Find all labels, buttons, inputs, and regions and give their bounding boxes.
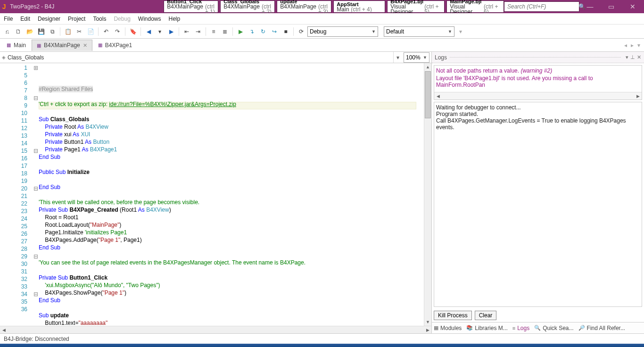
title-tab[interactable]: Class_GlobalsB4XMainPage(ctrl + 2)	[220, 0, 275, 13]
warning-item[interactable]: Layout file 'B4XPage1.bjl' is not used. …	[436, 75, 640, 88]
code-area[interactable]: #Region Shared Files 'Ctrl + click to ex…	[39, 63, 424, 326]
redo-icon[interactable]: ↷	[112, 26, 123, 37]
step-over-icon[interactable]: ↻	[258, 26, 268, 37]
mode-value: Default	[386, 28, 404, 35]
right-tab[interactable]: 🔎Find All Refer...	[578, 325, 625, 331]
panel-close-icon[interactable]: ✕	[637, 54, 641, 60]
warning-item[interactable]: Not all code paths return a value. (warn…	[436, 67, 640, 74]
menu-tools[interactable]: Tools	[93, 16, 106, 22]
editor-tabs: ▦Main▦B4XMainPage✕▦B4XPage1◂▸▾	[0, 39, 644, 52]
title-tab[interactable]: Button1_ClickB4XMainPage(ctrl + 1)	[164, 0, 218, 13]
right-tab[interactable]: 📚Libraries M...	[466, 325, 507, 331]
scroll-up-icon[interactable]: ▲	[424, 63, 431, 71]
title-tab[interactable]: MainPage.bjlVisual Designer(ctrl + 6)	[446, 0, 504, 13]
scroll-left-icon[interactable]: ◀	[0, 326, 8, 333]
new-icon[interactable]: 🗋	[13, 26, 24, 37]
title-tab[interactable]: B4XPage1.bjlVisual Designer(ctrl + 5)	[387, 0, 445, 13]
log-output: Waiting for debugger to connect...Progra…	[434, 102, 642, 307]
title-tabs: Button1_ClickB4XMainPage(ctrl + 1)Class_…	[164, 0, 504, 13]
tab-list-icon[interactable]: ▾	[637, 42, 640, 49]
menu-file[interactable]: File	[4, 16, 13, 22]
zoom-value: 100%	[406, 54, 421, 61]
logs-panel: Logs ▾ ⊥ ✕ Not all code paths return a v…	[432, 52, 644, 333]
nav-fwd-icon[interactable]: ▶	[166, 26, 176, 37]
scroll-down-icon[interactable]: ▼	[424, 318, 431, 326]
clear-button[interactable]: Clear	[475, 311, 497, 320]
mode-combo[interactable]: Default ▼	[384, 26, 454, 37]
paste-icon[interactable]: 📄	[85, 26, 96, 37]
nav-dropdown-icon[interactable]: ▾	[155, 26, 165, 37]
undo-icon[interactable]: ↶	[101, 26, 111, 37]
app-icon: J	[0, 0, 8, 13]
scope-dropdown-icon[interactable]: ▾	[393, 52, 402, 63]
menu-project[interactable]: Project	[68, 16, 85, 22]
toolbar-overflow-icon[interactable]: ▾	[455, 26, 466, 37]
minimize-button[interactable]: —	[579, 3, 601, 10]
nav-back-icon[interactable]: ◀	[143, 26, 154, 37]
restart-icon[interactable]: ⟳	[296, 26, 306, 37]
right-tab[interactable]: ≡Logs	[512, 325, 529, 331]
tab-prev-icon[interactable]: ◂	[624, 42, 627, 49]
close-tab-icon[interactable]: ✕	[83, 42, 87, 49]
cut-icon[interactable]: ✂	[74, 26, 84, 37]
menu-debug: Debug	[114, 16, 130, 22]
logs-title: Logs	[435, 54, 447, 61]
menu-bar: FileEditDesignerProjectToolsDebugWindows…	[0, 13, 644, 25]
kill-process-button[interactable]: Kill Process	[434, 311, 472, 320]
search-input[interactable]	[507, 3, 578, 10]
fold-gutter[interactable]: ⊞⊟⊟⊟⊟⊟	[33, 63, 39, 326]
copy-icon[interactable]: 📋	[63, 26, 73, 37]
save-icon[interactable]: 💾	[36, 26, 46, 37]
main-area: ◈ ▾ 100% ▼ 15678910111213141516171819202…	[0, 52, 644, 333]
step-in-icon[interactable]: ↴	[247, 26, 257, 37]
vertical-scrollbar[interactable]: ▲ ▼	[424, 63, 431, 326]
tab-icon: ▦	[434, 325, 438, 331]
close-button[interactable]: ✕	[622, 3, 643, 10]
editor-tab[interactable]: ▦B4XPage1	[93, 40, 137, 51]
warnings-scrollbar[interactable]: ◀▶	[434, 92, 642, 99]
chevron-down-icon: ▼	[372, 29, 376, 34]
build-config-value: Debug	[310, 28, 326, 35]
export-icon[interactable]: ⧉	[47, 26, 58, 37]
back-icon[interactable]: ⎌	[2, 26, 12, 37]
scroll-right-icon[interactable]: ▶	[424, 326, 431, 333]
tab-icon: 📚	[466, 325, 473, 331]
bookmark-icon[interactable]: 🔖	[128, 26, 138, 37]
maximize-button[interactable]: ▭	[601, 3, 622, 10]
step-out-icon[interactable]: ↪	[269, 26, 280, 37]
member-icon: ◈	[2, 55, 6, 60]
horizontal-scrollbar[interactable]: ◀ ▶	[0, 326, 431, 333]
module-icon: ▦	[7, 42, 11, 48]
outdent-icon[interactable]: ⇤	[182, 26, 192, 37]
comment-icon[interactable]: ≡	[208, 26, 219, 37]
menu-help[interactable]: Help	[169, 16, 181, 22]
panel-dropdown-icon[interactable]: ▾	[626, 54, 628, 60]
log-line: Waiting for debugger to connect...	[436, 104, 640, 111]
scope-combo[interactable]	[8, 54, 393, 61]
uncomment-icon[interactable]: ≣	[220, 26, 230, 37]
build-config-combo[interactable]: Debug ▼	[307, 26, 378, 37]
menu-windows[interactable]: Windows	[138, 16, 161, 22]
run-icon[interactable]: ▶	[235, 26, 246, 37]
scroll-thumb[interactable]	[425, 71, 431, 118]
tab-icon: 🔎	[578, 325, 585, 331]
title-tab[interactable]: AppStartMain(ctrl + 4)	[333, 0, 385, 13]
title-tab[interactable]: updateB4XMainPage(ctrl + 3)	[277, 0, 331, 13]
stop-icon[interactable]: ■	[281, 26, 291, 37]
editor-tab[interactable]: ▦Main	[2, 40, 31, 51]
code-editor[interactable]: 1567891011121314151617181920212223242526…	[0, 63, 431, 326]
menu-edit[interactable]: Edit	[20, 16, 30, 22]
menu-designer[interactable]: Designer	[38, 16, 60, 22]
pin-icon[interactable]: ⊥	[630, 54, 635, 60]
indent-icon[interactable]: ⇥	[193, 26, 203, 37]
zoom-combo[interactable]: 100% ▼	[404, 52, 429, 63]
right-tab[interactable]: ▦Modules	[434, 325, 462, 331]
os-taskbar	[0, 344, 644, 347]
open-icon[interactable]: 📂	[25, 26, 35, 37]
warnings-box: Not all code paths return a value. (warn…	[434, 65, 642, 100]
editor-tab[interactable]: ▦B4XMainPage✕	[32, 40, 92, 51]
search-box[interactable]: 🔍	[504, 1, 579, 12]
right-tab[interactable]: 🔍Quick Sea...	[534, 325, 573, 331]
tab-next-icon[interactable]: ▸	[631, 42, 634, 49]
chevron-down-icon: ▼	[423, 55, 427, 60]
